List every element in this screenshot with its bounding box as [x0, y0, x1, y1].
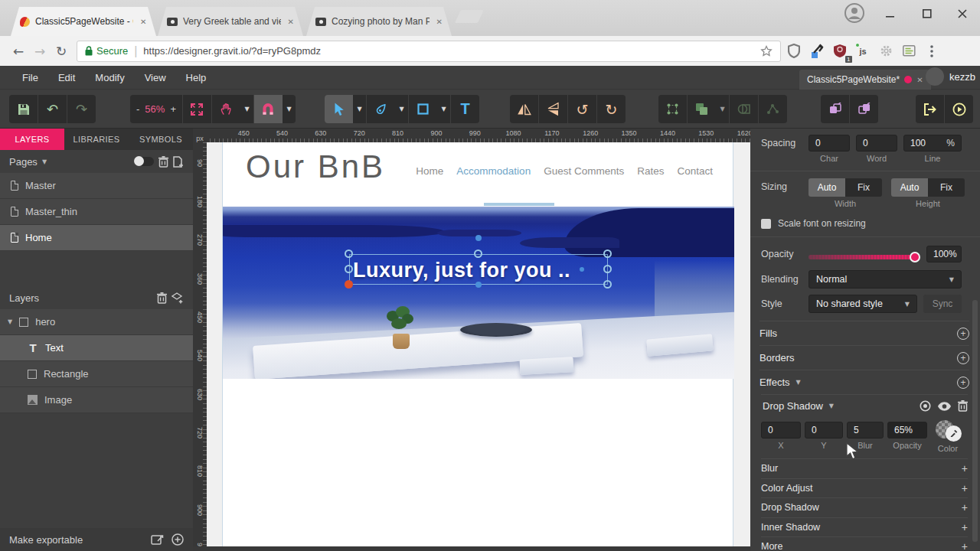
delete-layer-icon[interactable] [157, 292, 167, 304]
browser-tab-greek-table[interactable]: Very Greek table and vie ✕ [158, 7, 303, 36]
design-page[interactable]: Our BnB Home Accommodation Guest Comment… [222, 142, 733, 551]
selection-handle-top-center[interactable] [474, 249, 482, 258]
drop-shadow-header[interactable]: Drop Shadow ▼ [761, 394, 968, 417]
effects-section[interactable]: Effects ▼ + [760, 370, 969, 394]
flip-vertical-button[interactable] [539, 95, 567, 123]
add-fill-icon[interactable]: + [957, 328, 969, 340]
document-tab[interactable]: Classic5PageWebsite* ✕ [799, 70, 931, 90]
zoom-fit-button[interactable] [183, 95, 211, 123]
redo-button[interactable]: ↷ [67, 95, 96, 123]
borders-section[interactable]: Borders + [760, 345, 969, 370]
boolean-dropdown[interactable]: ▼ [716, 95, 729, 123]
selection-baseline-handle[interactable] [475, 282, 482, 288]
mask-button[interactable] [730, 95, 758, 123]
knife-button[interactable] [759, 95, 787, 123]
zoom-in-button[interactable]: + [170, 103, 176, 115]
style-dropdown[interactable]: No shared style ▼ [808, 295, 917, 313]
ext-gear-icon[interactable] [876, 41, 896, 61]
rotate-cw-button[interactable]: ↻ [597, 95, 626, 123]
copy-style-button[interactable] [821, 95, 849, 123]
minimize-button[interactable] [879, 5, 902, 23]
shadow-y-input[interactable]: 0 [805, 422, 843, 439]
selection-rotate-handle[interactable] [475, 235, 482, 241]
layer-item-image[interactable]: Image [0, 387, 193, 413]
effect-add-row[interactable]: More + [761, 536, 968, 551]
tab-symbols[interactable]: SYMBOLS [129, 129, 193, 150]
document-close-icon[interactable]: ✕ [916, 76, 923, 84]
url-input[interactable]: Secure | https://designer.gravit.io/?d=r… [77, 41, 781, 62]
tab-layers[interactable]: LAYERS [0, 129, 64, 150]
effect-add-row[interactable]: Blur + [761, 458, 968, 478]
opacity-slider-handle[interactable] [910, 252, 920, 262]
word-spacing-input[interactable]: 0 [856, 135, 897, 152]
tab-close-icon[interactable]: ✕ [140, 18, 146, 26]
rotate-ccw-button[interactable]: ↺ [568, 95, 596, 123]
nav-item-home[interactable]: Home [416, 165, 443, 177]
visibility-eye-icon[interactable] [938, 402, 951, 411]
hand-tool-button[interactable] [212, 95, 240, 123]
forward-icon[interactable]: → [29, 41, 51, 62]
nav-item-guest-comments[interactable]: Guest Comments [544, 165, 624, 177]
canvas-area[interactable]: px 4505406307208109009901080117012601350… [193, 129, 750, 551]
browser-menu-icon[interactable] [922, 41, 942, 61]
nav-item-rates[interactable]: Rates [637, 165, 664, 177]
export-button[interactable] [916, 95, 944, 123]
menu-help[interactable]: Help [176, 66, 217, 89]
add-page-icon[interactable] [173, 156, 184, 168]
transform-button[interactable] [658, 95, 687, 123]
char-spacing-input[interactable]: 0 [808, 135, 850, 152]
page-item-home[interactable]: Home [0, 225, 193, 251]
snap-dropdown[interactable]: ▼ [283, 95, 296, 123]
effect-target-icon[interactable] [920, 400, 931, 412]
reload-icon[interactable]: ↻ [51, 41, 72, 62]
bookmark-star-icon[interactable] [760, 45, 773, 57]
layer-group-hero[interactable]: ▼ hero [0, 309, 193, 335]
scale-font-checkbox[interactable] [761, 219, 771, 229]
secure-indicator[interactable]: Secure [85, 45, 128, 57]
boolean-union-button[interactable] [688, 95, 716, 123]
width-auto-button[interactable]: Auto [808, 178, 845, 197]
pointer-tool-button[interactable] [325, 95, 353, 123]
shape-tool-button[interactable] [409, 95, 437, 123]
tab-libraries[interactable]: LIBRARIES [64, 129, 129, 150]
back-icon[interactable]: ← [8, 41, 29, 62]
close-button[interactable] [951, 5, 974, 23]
selection-handle-top-left[interactable] [345, 249, 353, 258]
selection-handle-mid-left[interactable] [345, 265, 353, 273]
shape-tool-dropdown[interactable]: ▼ [437, 95, 450, 123]
hero-text[interactable]: Luxury, just for you .. [353, 255, 610, 285]
user-account[interactable]: kezzb [926, 67, 975, 86]
pen-tool-dropdown[interactable]: ▼ [395, 95, 408, 123]
menu-file[interactable]: File [12, 66, 48, 89]
zoom-level[interactable]: 56% [145, 103, 165, 115]
blending-dropdown[interactable]: Normal ▼ [808, 270, 962, 289]
selection-handle-bottom-left-text-flow[interactable] [345, 280, 353, 289]
nav-item-contact[interactable]: Contact [677, 165, 713, 177]
layer-item-rectangle[interactable]: Rectangle [0, 361, 193, 387]
tab-close-icon[interactable]: ✕ [288, 18, 294, 26]
pen-tool-button[interactable] [367, 95, 395, 123]
layer-item-text[interactable]: T Text [0, 335, 193, 361]
expander-icon[interactable]: ▼ [8, 318, 12, 325]
shadow-color-swatch[interactable] [936, 422, 965, 442]
selection-handle-top-right[interactable] [603, 249, 612, 258]
site-logo[interactable]: Our BnB [246, 148, 385, 185]
right-panel-scrollbar[interactable] [972, 300, 978, 542]
opacity-value-input[interactable]: 100% [926, 246, 962, 262]
menu-view[interactable]: View [135, 66, 176, 89]
effect-add-row[interactable]: Drop Shadow + [761, 497, 968, 517]
save-button[interactable] [9, 95, 38, 123]
add-layer-icon[interactable] [172, 292, 184, 304]
selection-handle-mid-right[interactable] [603, 265, 612, 273]
shadow-opacity-input[interactable]: 65% [887, 422, 927, 439]
effect-add-row[interactable]: Color Adjust + [761, 478, 968, 498]
maximize-button[interactable] [916, 5, 939, 23]
shadow-x-input[interactable]: 0 [761, 422, 801, 439]
ext-colorpicker-icon[interactable] [807, 41, 827, 61]
page-item-master[interactable]: Master [0, 173, 193, 199]
flip-horizontal-button[interactable] [510, 95, 538, 123]
chevron-down-icon[interactable]: ▼ [42, 158, 47, 165]
plus-icon[interactable]: + [962, 482, 968, 494]
height-auto-button[interactable]: Auto [891, 178, 928, 197]
tab-close-icon[interactable]: ✕ [436, 18, 443, 26]
